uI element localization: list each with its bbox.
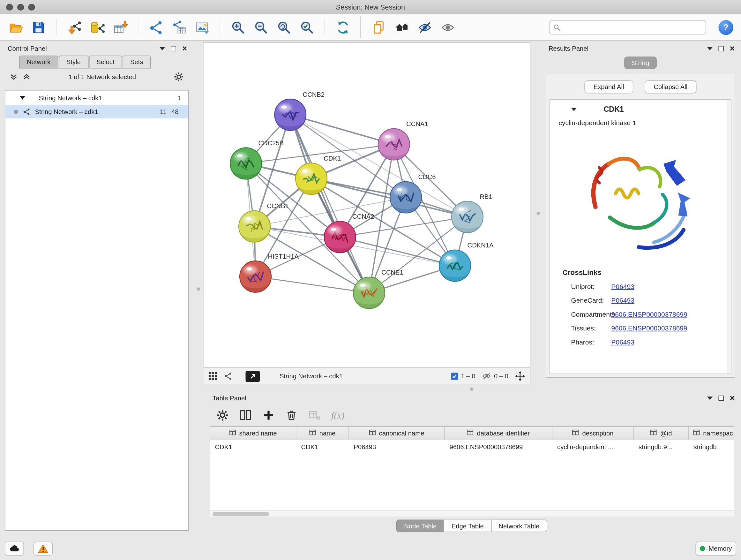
column-header-namespac[interactable]: namespac	[689, 427, 735, 440]
network-canvas[interactable]: CCNB2CCNA1CDC25BCDK1CDC6RB1CCNB1CCNA2CDK…	[204, 43, 530, 368]
collapse-all-button[interactable]: Collapse All	[645, 80, 697, 94]
search-input[interactable]	[563, 23, 702, 31]
network-node-CDKN1A[interactable]: CDKN1A	[439, 242, 494, 281]
zoom-window-button[interactable]	[28, 3, 35, 10]
network-row-selected[interactable]: String Network – cdk1 11 48	[5, 105, 188, 118]
grid-view-icon[interactable]	[208, 372, 218, 381]
gear-icon[interactable]	[216, 409, 229, 422]
network-node-RB1[interactable]: RB1	[452, 193, 492, 233]
table-cell[interactable]: 9606.ENSP00000378699	[445, 440, 553, 454]
splitter-handle[interactable]	[470, 388, 474, 391]
tab-select[interactable]: Select	[89, 56, 122, 69]
column-header-name[interactable]: name	[296, 427, 349, 440]
search-box[interactable]	[549, 20, 706, 35]
network-node-CCNA1[interactable]: CCNA1	[378, 120, 428, 160]
tab-string[interactable]: String	[624, 57, 657, 69]
birds-eye-view-button[interactable]	[246, 370, 260, 382]
network-node-HIST1H1A[interactable]: HIST1H1A	[240, 253, 299, 293]
hide-panels-button[interactable]	[392, 17, 411, 37]
show-hide-button[interactable]	[438, 17, 457, 37]
refresh-button[interactable]	[333, 17, 352, 37]
zoom-in-button[interactable]	[228, 17, 248, 37]
save-session-button[interactable]	[29, 17, 48, 37]
network-node-CDK1[interactable]: CDK1	[295, 155, 341, 194]
import-network-database-button[interactable]	[88, 17, 107, 37]
table-cell[interactable]: stringdb	[689, 440, 735, 454]
tab-style[interactable]: Style	[59, 56, 88, 69]
minimize-window-button[interactable]	[17, 3, 24, 10]
column-header--id[interactable]: @id	[634, 427, 689, 440]
network-edge-HIST1H1A-CCNE1[interactable]	[256, 276, 369, 293]
close-window-button[interactable]	[6, 3, 13, 10]
panel-float-icon[interactable]	[719, 46, 724, 51]
tab-network-table[interactable]: Network Table	[491, 520, 547, 532]
crosslink-pharos-link[interactable]: P06493	[611, 338, 634, 346]
checkbox-icon[interactable]	[451, 373, 458, 380]
function-builder-button[interactable]: f(x)	[331, 410, 345, 421]
network-node-CCNB2[interactable]: CCNB2	[274, 91, 325, 130]
import-network-file-button[interactable]	[65, 17, 84, 37]
panel-close-icon[interactable]: ×	[182, 44, 187, 53]
network-edge-CCNB2-CCNA1[interactable]	[290, 115, 394, 144]
collapse-all-icon[interactable]	[10, 72, 18, 81]
panel-menu-icon[interactable]	[707, 396, 713, 400]
panel-menu-icon[interactable]	[159, 47, 165, 50]
splitter-handle[interactable]	[537, 212, 540, 215]
expand-all-icon[interactable]	[23, 72, 31, 81]
network-edge-CCNB2-CCNE1[interactable]	[290, 115, 369, 293]
pan-crosshair-icon[interactable]	[515, 371, 525, 381]
show-columns-icon[interactable]	[239, 409, 252, 422]
tree-expand-icon[interactable]	[20, 96, 25, 100]
warnings-button[interactable]	[33, 542, 53, 556]
new-network-button[interactable]	[146, 17, 165, 37]
column-header-database-identifier[interactable]: database identifier	[445, 427, 553, 440]
crosslink-genecard-link[interactable]: P06493	[611, 296, 634, 304]
table-row[interactable]: CDK1CDK1P064939606.ENSP00000378699cyclin…	[210, 440, 734, 454]
zoom-selected-button[interactable]	[297, 17, 317, 37]
tab-sets[interactable]: Sets	[123, 56, 151, 69]
tab-node-table[interactable]: Node Table	[396, 520, 444, 532]
memory-button[interactable]: Memory	[696, 542, 736, 556]
add-column-icon[interactable]	[262, 409, 275, 422]
network-node-CCNB1[interactable]: CCNB1	[239, 202, 289, 242]
table-cell[interactable]: CDK1	[296, 440, 349, 454]
gene-collapse-icon[interactable]	[571, 108, 577, 111]
show-graphics-details-button[interactable]	[415, 17, 434, 37]
new-network-table-button[interactable]	[170, 17, 189, 37]
panel-float-icon[interactable]	[171, 46, 177, 51]
table-cell[interactable]: cyclin-dependent ...	[552, 440, 634, 454]
crosslink-compartments-link[interactable]: 9606.ENSP00000378699	[611, 310, 687, 318]
panel-close-icon[interactable]: ×	[730, 44, 735, 53]
open-session-button[interactable]	[6, 17, 25, 37]
column-header-shared-name[interactable]: shared name	[210, 427, 296, 440]
table-cell[interactable]: CDK1	[210, 440, 296, 454]
copy-annotation-button[interactable]	[369, 17, 388, 37]
column-header-description[interactable]: description	[552, 427, 634, 440]
zoom-fit-button[interactable]	[274, 17, 293, 37]
crosslink-uniprot-link[interactable]: P06493	[611, 282, 634, 290]
horizontal-scrollbar[interactable]	[210, 510, 734, 517]
results-scrollbar[interactable]	[727, 100, 731, 374]
crosslink-tissues-link[interactable]: 9606.ENSP00000378699	[611, 324, 687, 332]
gear-icon[interactable]	[174, 71, 184, 82]
splitter-handle[interactable]	[197, 287, 200, 291]
import-table-button[interactable]	[111, 17, 130, 37]
panel-close-icon[interactable]: ×	[730, 394, 735, 402]
tab-edge-table[interactable]: Edge Table	[444, 520, 491, 532]
table-cell[interactable]: stringdb:9...	[634, 440, 689, 454]
expand-all-button[interactable]: Expand All	[584, 80, 633, 94]
cloud-status-button[interactable]	[5, 542, 24, 556]
table-cell[interactable]: P06493	[349, 440, 445, 454]
export-image-button[interactable]	[192, 17, 212, 37]
trash-icon[interactable]	[285, 409, 298, 422]
column-header-canonical-name[interactable]: canonical name	[349, 427, 445, 440]
network-view-icon[interactable]	[224, 372, 233, 381]
panel-float-icon[interactable]	[719, 395, 724, 401]
tab-network[interactable]: Network	[19, 56, 58, 69]
table-panel-title: Table Panel	[207, 394, 246, 401]
scrollbar-thumb[interactable]	[212, 512, 269, 516]
network-collection-row[interactable]: String Network – cdk1 1	[5, 91, 188, 105]
help-button[interactable]: ?	[719, 20, 734, 35]
zoom-out-button[interactable]	[252, 17, 271, 37]
panel-menu-icon[interactable]	[707, 47, 713, 50]
